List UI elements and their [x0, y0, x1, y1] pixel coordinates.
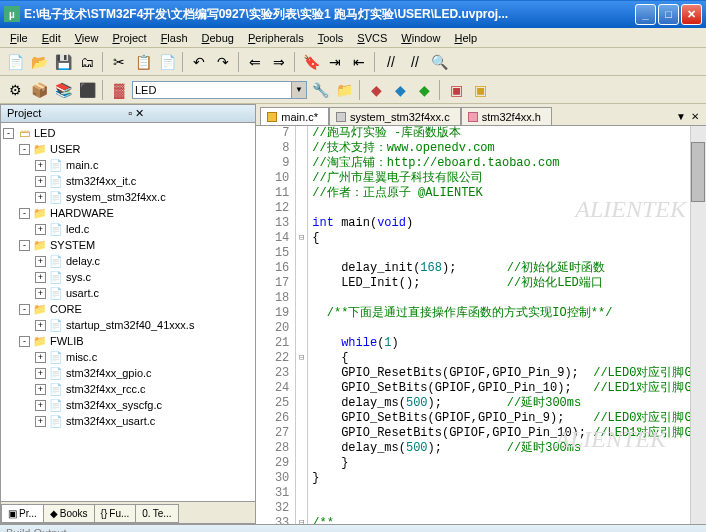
panel-pin-icon[interactable]: ▫ ✕: [128, 107, 249, 120]
nav-fwd-button[interactable]: ⇒: [268, 51, 290, 73]
maximize-button[interactable]: □: [658, 4, 679, 25]
tree-node[interactable]: +📄delay.c: [3, 253, 253, 269]
tree-label[interactable]: LED: [34, 127, 55, 139]
stop-button[interactable]: ⬛: [76, 79, 98, 101]
editor-tab[interactable]: stm32f4xx.h: [461, 107, 552, 125]
nav-back-button[interactable]: ⇐: [244, 51, 266, 73]
tree-expand-icon[interactable]: -: [19, 240, 30, 251]
find-button[interactable]: 🔍: [428, 51, 450, 73]
tree-label[interactable]: usart.c: [66, 287, 99, 299]
build-button[interactable]: ⚙: [4, 79, 26, 101]
tree-label[interactable]: HARDWARE: [50, 207, 114, 219]
tree-label[interactable]: main.c: [66, 159, 98, 171]
tree-node[interactable]: -📁USER: [3, 141, 253, 157]
tree-expand-icon[interactable]: +: [35, 272, 46, 283]
project-tab[interactable]: ◆Books: [43, 504, 95, 523]
tree-expand-icon[interactable]: +: [35, 256, 46, 267]
tree-label[interactable]: SYSTEM: [50, 239, 95, 251]
tree-label[interactable]: misc.c: [66, 351, 97, 363]
tree-expand-icon[interactable]: -: [19, 336, 30, 347]
menu-svcs[interactable]: SVCS: [351, 30, 393, 46]
tree-node[interactable]: +📄sys.c: [3, 269, 253, 285]
tree-label[interactable]: CORE: [50, 303, 82, 315]
tree-label[interactable]: stm32f4xx_syscfg.c: [66, 399, 162, 411]
tree-label[interactable]: startup_stm32f40_41xxx.s: [66, 319, 194, 331]
tree-node[interactable]: +📄misc.c: [3, 349, 253, 365]
tree-expand-icon[interactable]: +: [35, 416, 46, 427]
target-combo[interactable]: ▼: [132, 80, 307, 100]
tree-expand-icon[interactable]: +: [35, 368, 46, 379]
tree-node[interactable]: +📄led.c: [3, 221, 253, 237]
tree-node[interactable]: +📄stm32f4xx_it.c: [3, 173, 253, 189]
code-editor[interactable]: ALIENTEK ALIENTEK 7891011121314151617181…: [256, 126, 706, 524]
tree-label[interactable]: stm32f4xx_rcc.c: [66, 383, 145, 395]
tree-node[interactable]: +📄startup_stm32f40_41xxx.s: [3, 317, 253, 333]
tree-expand-icon[interactable]: +: [35, 224, 46, 235]
tree-expand-icon[interactable]: -: [3, 128, 14, 139]
menu-debug[interactable]: Debug: [196, 30, 240, 46]
menu-peripherals[interactable]: Peripherals: [242, 30, 310, 46]
menu-project[interactable]: Project: [106, 30, 152, 46]
batch-button[interactable]: 📚: [52, 79, 74, 101]
tree-label[interactable]: stm32f4xx_gpio.c: [66, 367, 152, 379]
tree-label[interactable]: delay.c: [66, 255, 100, 267]
config2-button[interactable]: ◆: [413, 79, 435, 101]
save-button[interactable]: 💾: [52, 51, 74, 73]
tree-label[interactable]: system_stm32f4xx.c: [66, 191, 166, 203]
tree-expand-icon[interactable]: +: [35, 400, 46, 411]
tree-node[interactable]: -📁CORE: [3, 301, 253, 317]
indent-button[interactable]: ⇥: [324, 51, 346, 73]
outdent-button[interactable]: ⇤: [348, 51, 370, 73]
saveall-button[interactable]: 🗂: [76, 51, 98, 73]
tree-node[interactable]: +📄usart.c: [3, 285, 253, 301]
uncomment-button[interactable]: //: [404, 51, 426, 73]
menu-help[interactable]: Help: [448, 30, 483, 46]
menu-view[interactable]: View: [69, 30, 105, 46]
tree-expand-icon[interactable]: +: [35, 384, 46, 395]
project-tab[interactable]: {}Fu...: [94, 504, 137, 523]
chevron-down-icon[interactable]: ▼: [292, 81, 307, 99]
tree-label[interactable]: stm32f4xx_it.c: [66, 175, 136, 187]
tree-node[interactable]: +📄main.c: [3, 157, 253, 173]
tree-expand-icon[interactable]: +: [35, 192, 46, 203]
tabs-menu-icon[interactable]: ▼: [674, 111, 688, 125]
filegroup-button[interactable]: 📁: [333, 79, 355, 101]
menu-tools[interactable]: Tools: [312, 30, 350, 46]
tree-node[interactable]: -📁SYSTEM: [3, 237, 253, 253]
tabs-close-icon[interactable]: ✕: [688, 111, 702, 125]
tree-node[interactable]: +📄stm32f4xx_usart.c: [3, 413, 253, 429]
tree-node[interactable]: +📄stm32f4xx_rcc.c: [3, 381, 253, 397]
cut-button[interactable]: ✂: [108, 51, 130, 73]
menu-edit[interactable]: Edit: [36, 30, 67, 46]
config4-button[interactable]: ▣: [469, 79, 491, 101]
rebuild-button[interactable]: 📦: [28, 79, 50, 101]
tree-label[interactable]: sys.c: [66, 271, 91, 283]
fold-column[interactable]: ⊟⊟⊟: [296, 126, 308, 524]
bookmark-button[interactable]: 🔖: [300, 51, 322, 73]
manage-button[interactable]: ◆: [365, 79, 387, 101]
open-button[interactable]: 📂: [28, 51, 50, 73]
target-input[interactable]: [132, 81, 292, 99]
tree-expand-icon[interactable]: +: [35, 320, 46, 331]
download-button[interactable]: ▓: [108, 79, 130, 101]
options-button[interactable]: 🔧: [309, 79, 331, 101]
tree-node[interactable]: -🗃LED: [3, 125, 253, 141]
vertical-scrollbar[interactable]: [690, 126, 706, 524]
tree-expand-icon[interactable]: +: [35, 352, 46, 363]
editor-tab[interactable]: system_stm32f4xx.c: [329, 107, 461, 125]
code-source[interactable]: //跑马灯实验 -库函数版本//技术支持：www.openedv.com//淘宝…: [308, 126, 706, 524]
tree-label[interactable]: USER: [50, 143, 81, 155]
tree-expand-icon[interactable]: -: [19, 304, 30, 315]
editor-tab[interactable]: main.c*: [260, 107, 329, 125]
menu-window[interactable]: Window: [395, 30, 446, 46]
tree-expand-icon[interactable]: -: [19, 144, 30, 155]
tree-expand-icon[interactable]: -: [19, 208, 30, 219]
redo-button[interactable]: ↷: [212, 51, 234, 73]
comment-button[interactable]: //: [380, 51, 402, 73]
tree-expand-icon[interactable]: +: [35, 160, 46, 171]
tree-label[interactable]: stm32f4xx_usart.c: [66, 415, 155, 427]
new-button[interactable]: 📄: [4, 51, 26, 73]
tree-expand-icon[interactable]: +: [35, 176, 46, 187]
tree-node[interactable]: +📄stm32f4xx_gpio.c: [3, 365, 253, 381]
minimize-button[interactable]: _: [635, 4, 656, 25]
